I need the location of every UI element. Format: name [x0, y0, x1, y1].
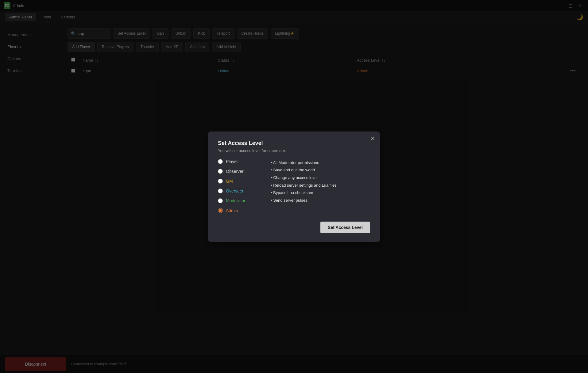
radio-observer-input[interactable] — [218, 169, 223, 174]
permission-item: All Moderator permissions — [271, 159, 337, 167]
radio-moderator-label: Moderator — [226, 198, 246, 203]
radio-player[interactable]: Player — [218, 159, 261, 164]
confirm-set-access-button[interactable]: Set Access Level — [320, 222, 370, 233]
dialog-close-button[interactable]: ✕ — [370, 136, 375, 141]
radio-moderator-input[interactable] — [218, 198, 223, 203]
radio-overseer-input[interactable] — [218, 188, 223, 193]
dialog-title: Set Access Level — [218, 140, 370, 147]
radio-gm-input[interactable] — [218, 179, 223, 184]
radio-player-input[interactable] — [218, 159, 223, 164]
radio-admin-input[interactable] — [218, 208, 223, 213]
radio-overseer[interactable]: Overseer — [218, 188, 261, 193]
radio-admin[interactable]: Admin — [218, 208, 261, 213]
radio-player-label: Player — [226, 159, 238, 164]
radio-moderator[interactable]: Moderator — [218, 198, 261, 203]
permission-item: Bypass Lua checksum — [271, 189, 337, 197]
radio-overseer-label: Overseer — [226, 188, 244, 193]
radio-gm-label: GM — [226, 179, 233, 184]
radio-gm[interactable]: GM — [218, 179, 261, 184]
dialog-subtitle: You will set access level for superuser. — [218, 148, 370, 153]
permission-item: Send server pulses — [271, 197, 337, 204]
dialog-footer: Set Access Level — [218, 222, 370, 233]
radio-group: Player Observer GM Overseer Moderator — [218, 159, 261, 213]
modal-overlay[interactable]: ✕ Set Access Level You will set access l… — [0, 0, 588, 373]
radio-admin-label: Admin — [226, 208, 238, 213]
radio-observer[interactable]: Observer — [218, 169, 261, 174]
dialog-body: Player Observer GM Overseer Moderator — [218, 159, 370, 213]
set-access-level-dialog: ✕ Set Access Level You will set access l… — [208, 131, 380, 242]
permissions-list: All Moderator permissions Save and quit … — [271, 159, 337, 213]
permission-item: Save and quit the world — [271, 166, 337, 174]
radio-observer-label: Observer — [226, 169, 244, 174]
permission-item: Reload server settings and Lua files — [271, 182, 337, 189]
permission-item: Change any access level — [271, 174, 337, 182]
